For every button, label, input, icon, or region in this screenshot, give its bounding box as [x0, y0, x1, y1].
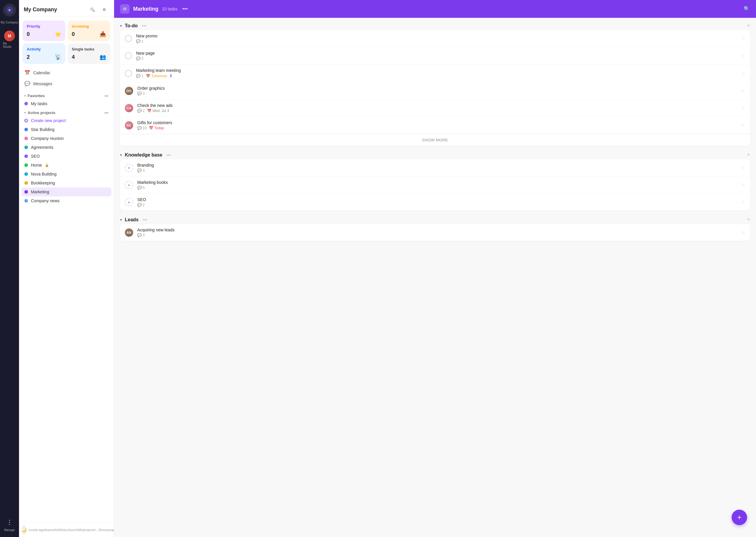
task-item-branding[interactable]: + Branding 💬 3 ☆	[120, 159, 750, 177]
create-project-button[interactable]: + Create new project	[22, 116, 111, 125]
marketing-label: Marketing	[31, 189, 49, 194]
task-comment-count-order-graphics: 💬 3	[137, 92, 145, 96]
task-star-new-page[interactable]: ☆	[741, 53, 745, 59]
manage-button[interactable]	[4, 517, 15, 528]
rail-manage[interactable]: Manage	[1, 515, 18, 533]
task-star-acquiring-new-leads[interactable]: ☆	[741, 229, 745, 235]
task-body-order-graphics: Order graphics 💬 3	[137, 86, 737, 96]
task-checkbox-new-promo[interactable]	[125, 35, 132, 42]
sidebar-settings-button[interactable]: ⚙	[100, 5, 109, 14]
task-item-check-new-ads[interactable]: CA Check the new ads 💬 2 📅 Wed, Jul 3	[120, 100, 750, 117]
task-star-gifts-for-customers[interactable]: ☆	[741, 122, 745, 128]
comment-icon-check-new-ads: 💬	[137, 109, 142, 113]
to-do-options-button[interactable]: •••	[142, 23, 146, 28]
to-do-chevron[interactable]: ▾	[120, 24, 122, 28]
knowledge-base-add-button[interactable]: +	[747, 152, 750, 158]
sidebar-item-my-tasks[interactable]: My tasks	[22, 99, 111, 108]
sidebar-item-company-reunion[interactable]: Company reunion	[22, 134, 111, 143]
task-star-order-graphics[interactable]: ☆	[741, 88, 745, 94]
agreements-dot	[24, 145, 28, 149]
leads-chevron[interactable]: ▾	[120, 218, 122, 222]
main-content: M Marketing 10 tasks ••• 🔍 ▾ To-do ••• +…	[114, 0, 756, 537]
task-sections: ▾ To-do ••• + New promo 💬 1	[114, 18, 756, 537]
header-search-button[interactable]: 🔍	[743, 6, 750, 12]
sidebar-item-bookkeeping[interactable]: Bookkeeping	[22, 179, 111, 187]
create-project-label: Create new project	[31, 118, 66, 123]
my-tasks-label: My tasks	[31, 101, 47, 106]
knowledge-base-label: Knowledge base	[125, 152, 162, 158]
sidebar-footer: 🌙 nozbe.app/teams/lvfoRskuJouo1hMs/proje…	[19, 522, 114, 537]
sidebar-title: My Company	[24, 7, 57, 13]
sidebar-item-marketing[interactable]: Marketing	[22, 187, 111, 196]
priority-card[interactable]: Priority 0 ⭐	[22, 21, 66, 41]
knowledge-base-options-button[interactable]: •••	[166, 153, 171, 157]
sidebar-search-button[interactable]: 🔍	[88, 5, 97, 14]
knowledge-base-chevron[interactable]: ▾	[120, 153, 122, 157]
task-item-marketing-books[interactable]: + Marketing books 💬 5 ☆	[120, 177, 750, 194]
task-item-new-page[interactable]: New page 💬 2 ☆	[120, 47, 750, 64]
task-body-check-new-ads: Check the new ads 💬 2 📅 Wed, Jul 3	[137, 103, 737, 113]
activity-card[interactable]: Activity 2 📡	[22, 43, 66, 64]
sidebar-item-company-news[interactable]: Company news	[22, 196, 111, 205]
sidebar-item-star-building[interactable]: Star Building	[22, 125, 111, 134]
task-name-new-promo: New promo	[136, 34, 737, 38]
task-star-branding[interactable]: ☆	[741, 165, 745, 171]
task-item-order-graphics[interactable]: OG Order graphics 💬 3 ☆	[120, 82, 750, 100]
single-tasks-value: 4	[72, 54, 75, 60]
company-reunion-label: Company reunion	[31, 136, 64, 141]
task-item-acquiring-new-leads[interactable]: AN Acquiring new leads 💬 3 ☆	[120, 224, 750, 241]
leads-options-button[interactable]: •••	[143, 218, 147, 222]
task-item-gifts-for-customers[interactable]: GC Gifts for customers 💬 10 📅 Today	[120, 117, 750, 134]
task-star-new-promo[interactable]: ☆	[741, 36, 745, 41]
task-item-seo-kb[interactable]: + SEO 💬 2 ☆	[120, 194, 750, 211]
task-star-check-new-ads[interactable]: ☆	[741, 105, 745, 111]
activity-label: Activity	[27, 47, 61, 51]
header-task-count: 10 tasks	[162, 7, 177, 11]
task-star-seo-kb[interactable]: ☆	[741, 199, 745, 205]
header-logo: M	[120, 4, 130, 14]
active-projects-chevron[interactable]: ▾	[24, 111, 26, 114]
main-header: M Marketing 10 tasks ••• 🔍	[114, 0, 756, 18]
task-checkbox-new-page[interactable]	[125, 52, 132, 60]
sidebar-item-calendar[interactable]: 📅 Calendar	[22, 67, 111, 78]
incoming-card[interactable]: Incoming 0 📥	[68, 21, 111, 41]
single-tasks-card[interactable]: Single tasks 4 👥	[68, 43, 111, 64]
task-item-marketing-team-meeting[interactable]: Marketing team meeting 💬 1 📅 Tomorrow 🎙	[120, 64, 750, 82]
task-checkbox-meeting[interactable]	[125, 70, 132, 77]
sidebar-item-agreements[interactable]: Agreements	[22, 143, 111, 152]
sidebar-footer-icon[interactable]: 🌙	[22, 525, 26, 535]
task-item-new-promo[interactable]: New promo 💬 1 ☆	[120, 30, 750, 47]
task-meta-seo-kb: 💬 2	[137, 203, 737, 207]
task-date-gifts-for-customers: 📅 Today	[149, 126, 164, 130]
active-projects-more-button[interactable]: •••	[104, 110, 109, 115]
task-date-text-gifts-for-customers: Today	[154, 126, 164, 130]
calendar-icon: 📅	[24, 70, 30, 75]
task-star-marketing-books[interactable]: ☆	[741, 182, 745, 188]
task-star-meeting[interactable]: ☆	[741, 70, 745, 76]
sidebar-item-nova-building[interactable]: Nova Building	[22, 170, 111, 179]
task-comment-count-new-promo: 💬 1	[136, 39, 144, 43]
incoming-value: 0	[72, 31, 75, 37]
task-name-gifts-for-customers: Gifts for customers	[137, 120, 737, 125]
task-comment-count-new-page: 💬 2	[136, 57, 144, 61]
sidebar-item-seo[interactable]: SEO	[22, 152, 111, 161]
header-more-button[interactable]: •••	[182, 6, 188, 12]
comment-icon-seo-kb: 💬	[137, 203, 142, 207]
task-date-text-check-new-ads: Wed, Jul 3	[153, 109, 169, 113]
priority-value: 0	[27, 31, 30, 37]
task-body-meeting: Marketing team meeting 💬 1 📅 Tomorrow 🎙	[136, 68, 737, 78]
sidebar-item-messages[interactable]: 💬 Messages	[22, 78, 111, 89]
calendar-icon-gifts-for-customers: 📅	[149, 126, 153, 130]
favorites-chevron[interactable]: ▾	[24, 94, 26, 98]
fab-button[interactable]: +	[732, 510, 747, 525]
section-to-do: ▾ To-do ••• + New promo 💬 1	[120, 22, 750, 146]
app-logo[interactable]	[3, 4, 16, 17]
to-do-add-button[interactable]: +	[747, 22, 750, 29]
show-more-button[interactable]: SHOW MORE	[120, 134, 750, 146]
sidebar-item-home[interactable]: Home 🔒	[22, 161, 111, 170]
favorites-more-button[interactable]: •••	[104, 94, 109, 98]
leads-add-button[interactable]: +	[747, 217, 750, 223]
my-tasks-dot	[24, 102, 28, 105]
rail-my-nozbe[interactable]: M My Nozbe	[1, 29, 18, 50]
task-body-gifts-for-customers: Gifts for customers 💬 10 📅 Today	[137, 120, 737, 130]
